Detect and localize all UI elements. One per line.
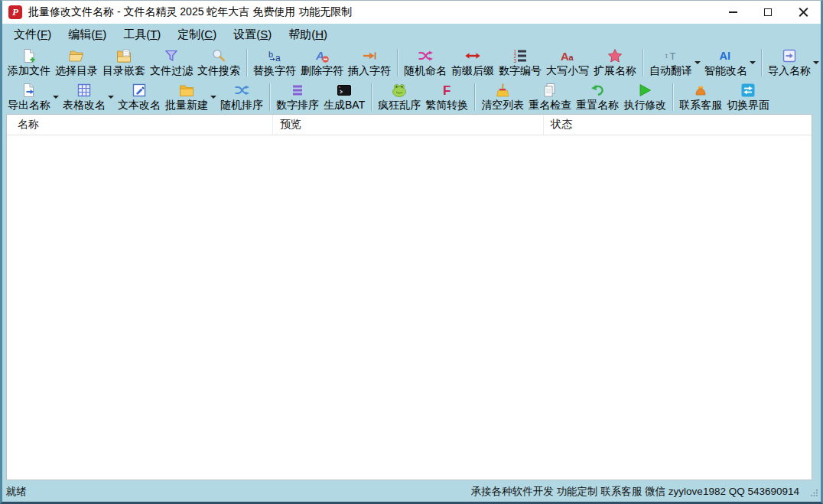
toolbar-button-label: 导出名称: [8, 99, 50, 112]
new-folder-icon: [178, 82, 195, 99]
toolbar-button-number-label[interactable]: 123数字编号: [496, 47, 544, 78]
toolbar-button-import-names[interactable]: 导入名称: [766, 47, 821, 78]
table-body-empty[interactable]: [7, 135, 812, 480]
menu-item-settings[interactable]: 设置(S): [225, 25, 280, 44]
toolbar-button-label: 导入名称: [768, 64, 811, 77]
chevron-down-icon[interactable]: [750, 61, 756, 64]
toolbar-button-label: 目录嵌套: [102, 64, 145, 77]
menu-item-custom[interactable]: 定制(C): [169, 25, 225, 44]
toolbar-button-replace-char[interactable]: ba替换字符: [251, 47, 298, 78]
switch-arrows-icon: [740, 82, 756, 99]
toolbar-button-label: 选择目录: [55, 64, 98, 77]
funnel-icon: [163, 47, 180, 64]
menu-item-tools[interactable]: 工具(T): [115, 25, 169, 44]
toolbar-separator: [474, 83, 475, 111]
toolbar-row-2: 导出名称表格改名文本改名批量新建随机排序数字排序生成BAT疯狂乱序F繁简转换清空…: [2, 80, 821, 114]
window-title: 批量修改文件名称 - 文件名精灵 2025 蛇年大吉 免费使用 功能无限制: [28, 5, 352, 19]
shuffle-pink-icon: [417, 47, 434, 64]
toolbar-button-clear-list[interactable]: 清空列表: [479, 81, 526, 112]
toolbar-button-delete-char[interactable]: A删除字符: [298, 47, 346, 78]
toolbar-button-random-sort[interactable]: 随机排序: [218, 81, 265, 112]
toolbar-separator: [642, 49, 643, 76]
toolbar-button-select-dir[interactable]: 选择目录: [53, 47, 100, 78]
toolbar-button-random-name[interactable]: 随机命名: [402, 47, 449, 78]
minimize-button[interactable]: [715, 1, 750, 24]
sort-bars-icon: [289, 82, 306, 99]
toolbar-button-label: 大写小写: [546, 64, 589, 77]
menu-item-label: 帮助(H): [288, 28, 327, 41]
toolbar-button-export-names[interactable]: 导出名称: [5, 81, 60, 112]
toolbar-button-table-rename[interactable]: 表格改名: [60, 81, 115, 112]
toolbar-separator: [672, 83, 673, 111]
svg-text:a: a: [275, 53, 281, 63]
insert-arrow-icon: [361, 47, 378, 64]
menu-item-file[interactable]: 文件(F): [5, 25, 60, 44]
play-icon: [636, 82, 653, 99]
search-icon: [210, 47, 227, 64]
close-button[interactable]: [786, 1, 821, 24]
status-ready-text: 就绪: [6, 485, 27, 499]
undo-arrow-icon: [589, 82, 606, 99]
toolbar-button-case-convert[interactable]: Aa大写小写: [544, 47, 591, 78]
copy-pages-icon: [542, 82, 558, 99]
svg-text:τ: τ: [665, 52, 668, 60]
minimize-icon: [729, 11, 737, 13]
letter-case-icon: Aa: [559, 47, 576, 64]
monster-icon: [391, 82, 408, 99]
menu-item-label: 编辑(E): [68, 28, 106, 41]
chevron-down-icon[interactable]: [695, 61, 701, 64]
toolbar-button-label: 繁简转换: [425, 99, 468, 112]
toolbar-button-text-rename[interactable]: 文本改名: [115, 81, 163, 112]
toolbar-button-dup-check[interactable]: 重名检查: [526, 81, 574, 112]
toolbar-button-prefix-suffix[interactable]: 前缀后缀: [449, 47, 496, 78]
toolbar-button-crazy-shuffle[interactable]: 疯狂乱序: [376, 81, 423, 112]
file-table: 名称 预览 状态: [6, 114, 812, 480]
numbered-list-icon: 123: [512, 47, 529, 64]
toolbar-button-dir-nest[interactable]: 目录嵌套: [100, 47, 148, 78]
app-logo-icon: P: [8, 5, 22, 19]
toolbar-button-label: 替换字符: [253, 64, 296, 77]
chevron-down-icon[interactable]: [53, 96, 59, 99]
menu-item-edit[interactable]: 编辑(E): [60, 25, 115, 44]
toolbar-button-exec-rename[interactable]: 执行修改: [621, 81, 668, 112]
maximize-icon: [764, 8, 772, 16]
svg-text:F: F: [443, 83, 451, 98]
toolbar-button-file-filter[interactable]: 文件过滤: [148, 47, 195, 78]
toolbar-button-label: 文本改名: [118, 99, 161, 112]
toolbar-button-label: 随机命名: [404, 64, 447, 77]
toolbar-button-label: 自动翻译: [649, 64, 692, 77]
toolbar-separator: [269, 83, 270, 111]
toolbar-button-file-search[interactable]: 文件搜索: [195, 47, 242, 78]
toolbar-button-ext-name[interactable]: 扩展名称: [591, 47, 639, 78]
chevron-down-icon[interactable]: [108, 96, 114, 99]
window-controls: [715, 1, 821, 24]
toolbar-button-gen-bat[interactable]: 生成BAT: [321, 81, 367, 112]
chevron-down-icon[interactable]: [210, 96, 216, 99]
toolbar-button-label: 重置名称: [576, 99, 619, 112]
toolbar-button-label: 插入字符: [348, 64, 391, 77]
toolbar-button-contact-support[interactable]: 联系客服: [677, 81, 724, 112]
status-bar: 就绪 承接各种软件开发 功能定制 联系客服 微信 zyylove1982 QQ …: [2, 482, 821, 502]
toolbar-button-auto-translate[interactable]: τT自动翻译: [647, 47, 702, 78]
maximize-button[interactable]: [750, 1, 786, 24]
resize-grip-icon[interactable]: [810, 488, 818, 499]
menu-item-help[interactable]: 帮助(H): [280, 25, 336, 44]
toolbar-button-ai-rename[interactable]: AI智能改名: [702, 47, 757, 78]
column-header-status[interactable]: 状态: [544, 115, 812, 135]
toolbar-button-label: 执行修改: [623, 99, 666, 112]
toolbar-button-batch-new[interactable]: 批量新建: [163, 81, 218, 112]
chevron-down-icon[interactable]: [813, 61, 819, 64]
toolbar-button-insert-char[interactable]: 插入字符: [346, 47, 393, 78]
column-header-preview[interactable]: 预览: [273, 115, 544, 135]
column-header-name[interactable]: 名称: [7, 115, 273, 135]
toolbar-button-switch-ui[interactable]: 切换界面: [724, 81, 772, 112]
toolbar-button-label: 扩展名称: [594, 64, 636, 77]
toolbar-button-trad-simp[interactable]: F繁简转换: [423, 81, 470, 112]
svg-text:T: T: [670, 50, 676, 62]
svg-text:3: 3: [514, 58, 517, 63]
toolbar-button-label: 联系客服: [679, 99, 722, 112]
svg-text:AI: AI: [720, 50, 731, 62]
toolbar-button-add-file[interactable]: 添加文件: [5, 47, 53, 78]
toolbar-button-reset-names[interactable]: 重置名称: [574, 81, 621, 112]
toolbar-button-number-sort[interactable]: 数字排序: [274, 81, 321, 112]
